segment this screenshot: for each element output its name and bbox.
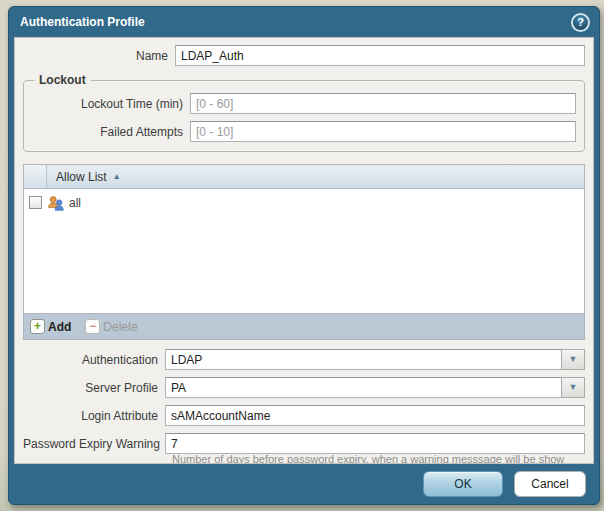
dialog-titlebar: Authentication Profile ?: [9, 7, 599, 37]
authentication-label: Authentication: [23, 353, 165, 367]
row-checkbox[interactable]: [29, 196, 42, 209]
users-group-icon: [47, 195, 65, 211]
failed-attempts-row: Failed Attempts: [24, 121, 576, 142]
server-profile-dropdown-button[interactable]: ▼: [561, 377, 585, 398]
server-profile-dropdown[interactable]: ▼: [165, 377, 585, 398]
authentication-value[interactable]: [165, 349, 561, 370]
allow-list-table: Allow List ▲ a: [23, 164, 585, 314]
row-content: all: [47, 195, 81, 211]
help-icon[interactable]: ?: [571, 13, 590, 32]
login-attribute-input[interactable]: [165, 405, 585, 426]
password-expiry-label: Password Expiry Warning: [23, 437, 165, 451]
name-input[interactable]: [175, 45, 585, 66]
authentication-dropdown[interactable]: ▼: [165, 349, 585, 370]
chevron-down-icon: ▼: [569, 383, 578, 392]
name-label: Name: [23, 49, 175, 63]
password-expiry-row: Password Expiry Warning: [23, 433, 585, 454]
plus-icon: +: [30, 319, 45, 334]
lockout-group: Lockout Lockout Time (min) Failed Attemp…: [23, 73, 585, 152]
login-attribute-label: Login Attribute: [23, 409, 165, 423]
delete-button-label: Delete: [103, 320, 138, 334]
delete-button[interactable]: − Delete: [85, 319, 138, 334]
lockout-time-input[interactable]: [190, 93, 576, 114]
allow-list-column-header[interactable]: Allow List ▲: [47, 170, 121, 184]
allow-list-toolbar: + Add − Delete: [23, 314, 585, 340]
table-row[interactable]: all: [24, 189, 584, 216]
select-all-column-header[interactable]: [24, 165, 47, 188]
name-row: Name: [23, 45, 585, 66]
server-profile-value[interactable]: [165, 377, 561, 398]
password-expiry-hint: Number of days before password expiry, w…: [172, 453, 585, 464]
sort-ascending-icon: ▲: [113, 173, 121, 181]
allow-list-header-row: Allow List ▲: [24, 165, 584, 189]
dialog-body: Name Lockout Lockout Time (min) Failed A…: [14, 37, 594, 464]
add-button[interactable]: + Add: [30, 319, 71, 334]
lockout-time-row: Lockout Time (min): [24, 93, 576, 114]
login-attribute-row: Login Attribute: [23, 405, 585, 426]
allow-list-header-label: Allow List: [56, 170, 107, 184]
lockout-time-label: Lockout Time (min): [24, 97, 190, 111]
lockout-legend: Lockout: [34, 73, 91, 87]
password-expiry-input[interactable]: [165, 433, 585, 454]
failed-attempts-input[interactable]: [190, 121, 576, 142]
authentication-row: Authentication ▼: [23, 349, 585, 370]
allow-list-entry-label: all: [69, 196, 81, 210]
allow-list-body: all: [24, 189, 584, 313]
row-select-cell: [24, 196, 47, 209]
add-button-label: Add: [48, 320, 71, 334]
authentication-profile-dialog: Authentication Profile ? Name Lockout Lo…: [8, 6, 600, 505]
minus-icon: −: [85, 319, 100, 334]
server-profile-row: Server Profile ▼: [23, 377, 585, 398]
failed-attempts-label: Failed Attempts: [24, 125, 190, 139]
server-profile-label: Server Profile: [23, 381, 165, 395]
dialog-footer: OK Cancel: [9, 464, 599, 504]
authentication-dropdown-button[interactable]: ▼: [561, 349, 585, 370]
dialog-title: Authentication Profile: [20, 15, 571, 29]
chevron-down-icon: ▼: [569, 355, 578, 364]
cancel-button[interactable]: Cancel: [514, 471, 586, 497]
ok-button[interactable]: OK: [423, 471, 503, 497]
